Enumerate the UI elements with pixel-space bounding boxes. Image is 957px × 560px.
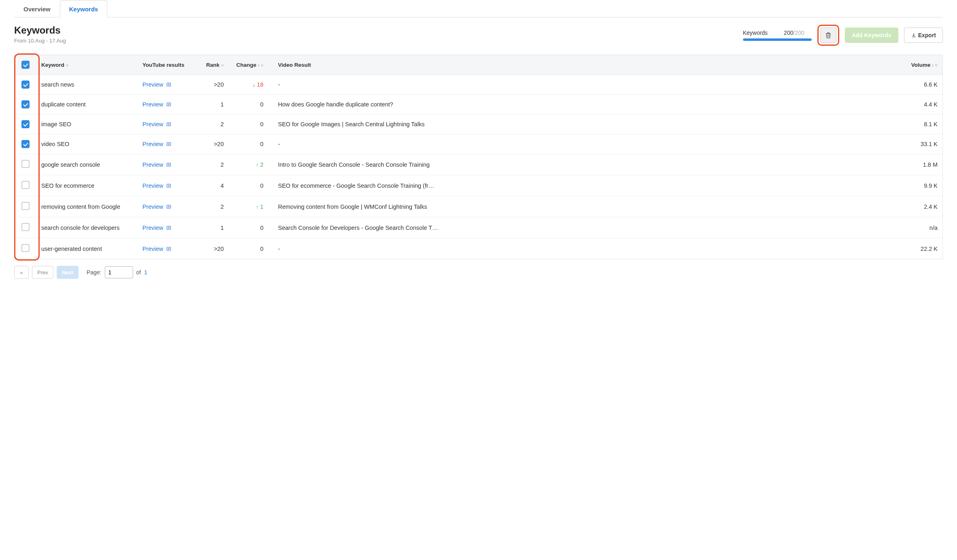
volume-cell: 9.9 K (896, 175, 942, 196)
preview-link[interactable]: Preview (142, 141, 172, 147)
keywords-table-wrap: Keyword≡ YouTube results Rank≡ Changei≡ … (14, 55, 943, 259)
preview-link[interactable]: Preview (142, 101, 172, 108)
header-volume[interactable]: Volumei≡ (896, 55, 942, 75)
change-cell: ↑2 (229, 154, 273, 175)
volume-cell: 22.2 K (896, 238, 942, 259)
preview-link-label: Preview (142, 161, 163, 168)
video-result-cell: How does Google handle duplicate content… (273, 95, 896, 115)
rank-cell: 2 (194, 154, 229, 175)
table-row: user-generated contentPreview>200-22.2 K (15, 238, 942, 259)
row-checkbox[interactable] (21, 223, 30, 231)
header-keyword[interactable]: Keyword≡ (36, 55, 138, 75)
preview-link[interactable]: Preview (142, 182, 172, 189)
change-value: 0 (260, 141, 263, 147)
keyword-cell: google search console (36, 154, 138, 175)
sort-icon: ≡ (261, 63, 263, 68)
svg-rect-6 (167, 123, 170, 126)
trash-icon (825, 32, 832, 39)
select-all-checkbox[interactable] (21, 61, 30, 69)
rank-cell: 2 (194, 196, 229, 217)
svg-rect-12 (167, 163, 170, 166)
row-checkbox[interactable] (21, 100, 30, 108)
next-button[interactable]: Next (57, 266, 79, 279)
download-icon (911, 32, 917, 38)
row-checkbox[interactable] (21, 202, 30, 210)
rank-cell: 1 (194, 95, 229, 115)
quota-total: /200 (793, 30, 804, 36)
keyword-quota: Keywords 200/200 (743, 30, 812, 41)
video-result-cell: Removing content from Google | WMConf Li… (273, 196, 896, 217)
tabs: Overview Keywords (14, 0, 943, 17)
page-input[interactable] (105, 266, 133, 278)
preview-icon (166, 204, 172, 210)
svg-rect-0 (167, 83, 170, 86)
preview-link[interactable]: Preview (142, 161, 172, 168)
video-result-cell: SEO for ecommerce - Google Search Consol… (273, 175, 896, 196)
video-result-cell: - (273, 134, 896, 154)
info-icon[interactable]: i (258, 63, 259, 68)
rank-cell: >20 (194, 134, 229, 154)
header-rank-label: Rank (206, 62, 220, 68)
rank-cell: 1 (194, 217, 229, 238)
preview-link-label: Preview (142, 182, 163, 189)
tab-keywords[interactable]: Keywords (60, 0, 108, 17)
change-value: 0 (260, 225, 263, 231)
header-video-result: Video Result (273, 55, 896, 75)
preview-link-label: Preview (142, 141, 163, 147)
row-checkbox[interactable] (21, 120, 30, 128)
table-header-row: Keyword≡ YouTube results Rank≡ Changei≡ … (15, 55, 942, 75)
table-row: search console for developersPreview10Se… (15, 217, 942, 238)
volume-cell: 4.4 K (896, 95, 942, 115)
keyword-cell: SEO for ecommerce (36, 175, 138, 196)
video-result-cell: Search Console for Developers - Google S… (273, 217, 896, 238)
quota-label: Keywords (743, 30, 768, 36)
pagination: « Prev Next Page: of 1 (14, 266, 943, 279)
change-value: 0 (260, 101, 263, 108)
header-select-all[interactable] (15, 55, 36, 75)
video-result-cell: - (273, 75, 896, 95)
change-value: 0 (260, 246, 263, 252)
preview-link[interactable]: Preview (142, 81, 172, 88)
delete-highlight-ring (817, 25, 839, 46)
first-page-button[interactable]: « (14, 266, 29, 279)
export-button[interactable]: Export (904, 28, 943, 43)
change-value: 1 (260, 204, 263, 210)
preview-link[interactable]: Preview (142, 246, 172, 252)
quota-progress-fill (743, 38, 812, 41)
arrow-up-icon: ↑ (256, 162, 259, 168)
info-icon[interactable]: i (932, 63, 934, 68)
change-cell: 0 (229, 95, 273, 115)
prev-button[interactable]: Prev (32, 266, 53, 279)
add-keywords-button[interactable]: Add Keywords (845, 28, 898, 43)
row-checkbox[interactable] (21, 181, 30, 189)
rank-cell: 2 (194, 115, 229, 134)
table-row: duplicate contentPreview10How does Googl… (15, 95, 942, 115)
change-value: 2 (260, 161, 263, 168)
tab-overview[interactable]: Overview (14, 0, 60, 17)
header-youtube-results: YouTube results (138, 55, 194, 75)
page-label: Page: (87, 269, 102, 276)
preview-link-label: Preview (142, 121, 163, 127)
page-header: Keywords From 10.Aug - 17.Aug Keywords 2… (14, 25, 943, 46)
svg-rect-21 (167, 226, 170, 229)
rank-cell: >20 (194, 238, 229, 259)
of-label: of (136, 269, 141, 276)
preview-link[interactable]: Preview (142, 121, 172, 127)
preview-link[interactable]: Preview (142, 225, 172, 231)
keywords-table: Keyword≡ YouTube results Rank≡ Changei≡ … (14, 55, 943, 259)
row-checkbox[interactable] (21, 140, 30, 148)
header-rank[interactable]: Rank≡ (194, 55, 229, 75)
volume-cell: 2.4 K (896, 196, 942, 217)
delete-button[interactable] (820, 28, 836, 43)
change-value: 0 (260, 121, 263, 127)
header-change-label: Change (236, 62, 257, 68)
row-checkbox[interactable] (21, 244, 30, 252)
header-change[interactable]: Changei≡ (229, 55, 273, 75)
keyword-cell: search news (36, 75, 138, 95)
preview-link[interactable]: Preview (142, 204, 172, 210)
volume-cell: n/a (896, 217, 942, 238)
row-checkbox[interactable] (21, 160, 30, 168)
row-checkbox[interactable] (21, 81, 30, 89)
change-cell: 0 (229, 175, 273, 196)
preview-link-label: Preview (142, 101, 163, 108)
